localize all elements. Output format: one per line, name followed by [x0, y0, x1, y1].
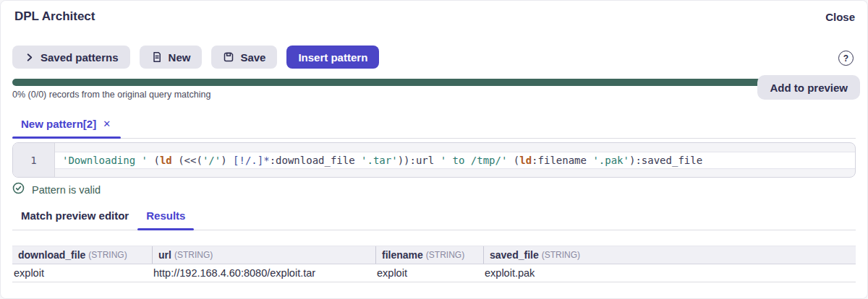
code-token: '.pak' [592, 155, 629, 166]
column-header: download_file(STRING) [12, 246, 152, 264]
results-body: exploithttp://192.168.4.60:8080/exploit.… [12, 264, 856, 282]
table-cell: exploit.pak [483, 264, 856, 282]
tab-new-pattern[interactable]: New pattern[2] ✕ [12, 109, 121, 138]
progress-status-text: 0% (0/0) records from the original query… [12, 90, 210, 100]
results-table: download_file(STRING)url(STRING)filename… [12, 246, 856, 282]
code-token: :filename [532, 155, 592, 166]
code-token: ld [160, 155, 172, 166]
column-type: (STRING) [542, 250, 580, 260]
line-number: 1 [30, 155, 36, 166]
code-line[interactable]: 'Downloading ' (ld (<<('/') [!/.]*:downl… [55, 152, 855, 169]
help-icon[interactable]: ? [838, 51, 854, 66]
column-type: (STRING) [426, 250, 464, 260]
column-name: url [158, 249, 171, 261]
add-to-preview-button[interactable]: Add to preview [757, 75, 860, 100]
code-token: (<<( [172, 155, 203, 166]
saved-patterns-button[interactable]: Saved patterns [12, 46, 130, 69]
chevron-right-icon [24, 52, 35, 63]
column-header: filename(STRING) [375, 246, 483, 264]
code-token: '/' [203, 155, 221, 166]
new-button[interactable]: New [140, 46, 203, 69]
new-document-icon [151, 51, 163, 63]
code-token: ) [221, 155, 233, 166]
close-tab-icon[interactable]: ✕ [103, 118, 111, 129]
table-row: exploithttp://192.168.4.60:8080/exploit.… [12, 264, 856, 282]
new-button-label: New [169, 51, 191, 64]
validation-message: Pattern is valid [32, 184, 101, 196]
column-name: filename [382, 249, 423, 261]
close-button[interactable]: Close [825, 11, 855, 23]
code-token: )):url [398, 155, 441, 166]
code-token: ):saved_file [629, 155, 702, 166]
column-name: download_file [18, 249, 85, 261]
save-button-label: Save [240, 51, 265, 64]
code-area[interactable]: 'Downloading ' (ld (<<('/') [!/.]*:downl… [55, 143, 855, 177]
progress-bar [12, 79, 762, 86]
results-header-row: download_file(STRING)url(STRING)filename… [12, 246, 856, 264]
save-floppy-icon [223, 51, 234, 63]
table-cell: exploit [12, 264, 152, 282]
column-type: (STRING) [174, 250, 213, 260]
tab-match-preview-editor[interactable]: Match preview editor [12, 207, 137, 230]
column-header: saved_file(STRING) [483, 246, 856, 264]
code-token: ld [519, 155, 532, 166]
code-token: '.tar' [361, 155, 398, 166]
tab-results[interactable]: Results [137, 207, 194, 230]
pattern-tab-bar: New pattern[2] ✕ [12, 109, 856, 139]
table-cell: http://192.168.4.60:8080/exploit.tar [152, 264, 375, 282]
column-header: url(STRING) [152, 246, 375, 264]
pattern-code-editor[interactable]: 1 'Downloading ' (ld (<<('/') [!/.]*:dow… [12, 142, 856, 178]
save-button[interactable]: Save [211, 46, 277, 69]
column-name: saved_file [490, 249, 539, 261]
code-token: ( [148, 155, 160, 166]
column-type: (STRING) [88, 250, 127, 260]
insert-pattern-button[interactable]: Insert pattern [286, 46, 379, 69]
line-number-gutter: 1 [13, 143, 55, 177]
preview-tab-bar: Match preview editor Results [12, 207, 856, 230]
code-token: ' to /tmp/' [441, 155, 508, 166]
code-token: ( [507, 155, 519, 166]
table-cell: exploit [375, 264, 483, 282]
check-circle-icon [12, 182, 25, 197]
code-token: :download_file [270, 155, 361, 166]
code-token: 'Downloading ' [62, 155, 148, 166]
toolbar: Saved patterns New Save Insert pattern [12, 46, 379, 69]
dpl-architect-panel: DPL Architect Close Saved patterns New S… [0, 0, 868, 299]
saved-patterns-label: Saved patterns [41, 51, 119, 64]
pattern-tab-label: New pattern[2] [21, 118, 96, 130]
page-title: DPL Architect [14, 9, 95, 24]
code-token: [!/.]* [233, 155, 270, 166]
insert-pattern-label: Insert pattern [298, 51, 367, 64]
validation-status: Pattern is valid [12, 182, 101, 197]
